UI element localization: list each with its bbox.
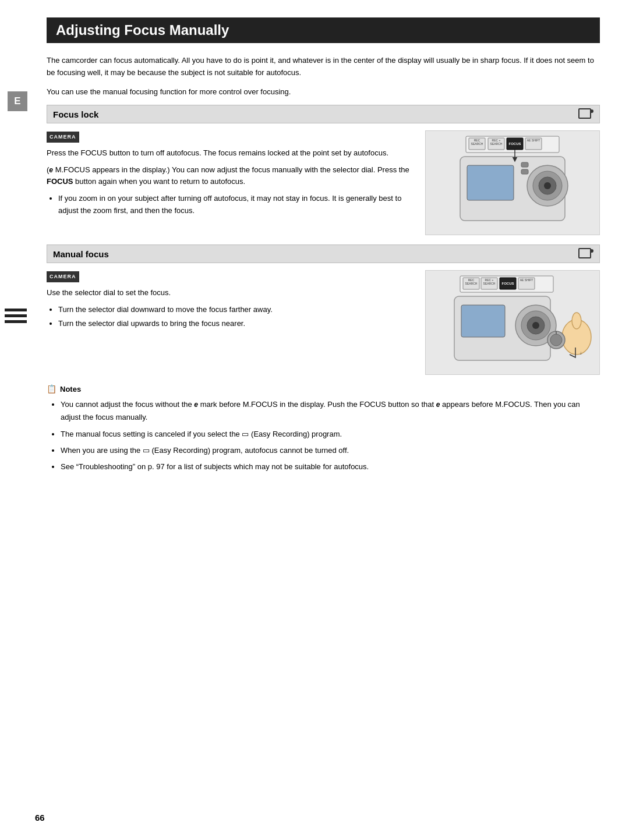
focus-lock-bullets: If you zoom in on your subject after tur… xyxy=(47,193,414,217)
focus-lock-bullet-1: If you zoom in on your subject after tur… xyxy=(58,193,414,217)
svg-text:FOCUS: FOCUS xyxy=(509,142,521,146)
manual-focus-icon xyxy=(578,248,593,260)
svg-text:FOCUS: FOCUS xyxy=(502,282,514,285)
notes-section: 📋 Notes You cannot adjust the focus with… xyxy=(47,384,600,473)
svg-point-42 xyxy=(572,313,581,329)
camera-badge-1: CAMERA xyxy=(47,132,79,142)
notes-header: 📋 Notes xyxy=(47,384,600,394)
focus-lock-para2: (e M.FOCUS appears in the display.) You … xyxy=(47,164,414,189)
sidebar-decoration xyxy=(5,309,27,323)
sidebar-line-3 xyxy=(5,320,27,323)
page-title: Adjusting Focus Manually xyxy=(47,17,600,43)
svg-rect-22 xyxy=(579,249,591,258)
page: E Using the Full Range of Features Adjus… xyxy=(0,0,629,840)
svg-rect-19 xyxy=(521,162,528,167)
svg-rect-20 xyxy=(521,169,528,174)
svg-rect-0 xyxy=(579,109,591,118)
manual-focus-image: REC SEARCH REC + SEARCH FOCUS AE SHIFT xyxy=(425,270,600,375)
manual-focus-para1: Use the selector dial to set the focus. xyxy=(47,287,414,299)
focus-lock-content: CAMERA Press the FOCUS button to turn of… xyxy=(47,130,600,235)
svg-text:SEARCH: SEARCH xyxy=(490,142,503,146)
svg-text:SEARCH: SEARCH xyxy=(465,282,478,285)
manual-focus-camera-svg: REC SEARCH REC + SEARCH FOCUS AE SHIFT xyxy=(431,273,594,372)
sidebar-e-marker: E xyxy=(8,91,27,111)
notes-title: Notes xyxy=(60,385,81,394)
sidebar-line-2 xyxy=(5,314,27,317)
manual-focus-title: Manual focus xyxy=(53,249,109,259)
svg-text:↓: ↓ xyxy=(579,350,582,356)
svg-point-23 xyxy=(590,249,593,253)
focus-lock-header: Focus lock xyxy=(47,105,600,123)
svg-text:SEARCH: SEARCH xyxy=(471,142,483,146)
svg-point-17 xyxy=(544,182,551,189)
notes-icon: 📋 xyxy=(47,384,56,394)
svg-point-44 xyxy=(550,334,562,346)
page-number: 66 xyxy=(35,813,45,823)
svg-point-39 xyxy=(532,322,539,329)
manual-focus-text: CAMERA Use the selector dial to set the … xyxy=(47,270,414,375)
manual-focus-bullets: Turn the selector dial downward to move … xyxy=(47,304,414,331)
notes-item-3: When you are using the ▭ (Easy Recording… xyxy=(61,444,600,457)
notes-item-2: The manual focus setting is canceled if … xyxy=(61,428,600,441)
manual-focus-bullet-1: Turn the selector dial downward to move … xyxy=(58,304,414,316)
intro-paragraph-2: You can use the manual focusing function… xyxy=(47,86,600,98)
sidebar: E Using the Full Range of Features xyxy=(0,0,35,840)
focus-lock-icon xyxy=(578,108,593,120)
main-content: Adjusting Focus Manually The camcorder c… xyxy=(35,0,629,840)
sidebar-line-1 xyxy=(5,309,27,311)
focus-lock-title: Focus lock xyxy=(53,109,98,119)
manual-focus-content: CAMERA Use the selector dial to set the … xyxy=(47,270,600,375)
camera-badge-2: CAMERA xyxy=(47,271,79,282)
focus-lock-image: REC SEARCH REC + SEARCH FOCUS AE SHIFT xyxy=(425,130,600,235)
manual-focus-bullet-2: Turn the selector dial upwards to bring … xyxy=(58,318,414,330)
svg-rect-40 xyxy=(461,305,505,337)
focus-lock-para1: Press the FOCUS button to turn off autof… xyxy=(47,147,414,160)
svg-text:AE SHIFT: AE SHIFT xyxy=(520,278,533,282)
svg-text:AE SHIFT: AE SHIFT xyxy=(527,139,540,142)
svg-text:SEARCH: SEARCH xyxy=(483,282,496,285)
notes-item-4: See “Troubleshooting” on p. 97 for a lis… xyxy=(61,460,600,473)
svg-rect-18 xyxy=(467,165,514,200)
manual-focus-header: Manual focus xyxy=(47,244,600,263)
focus-lock-text: CAMERA Press the FOCUS button to turn of… xyxy=(47,130,414,235)
notes-list: You cannot adjust the focus without the … xyxy=(47,398,600,473)
intro-paragraph-1: The camcorder can focus automatically. A… xyxy=(47,55,600,79)
notes-item-1: You cannot adjust the focus without the … xyxy=(61,398,600,424)
svg-point-1 xyxy=(590,109,593,113)
focus-lock-camera-svg: REC SEARCH REC + SEARCH FOCUS AE SHIFT xyxy=(431,133,594,232)
